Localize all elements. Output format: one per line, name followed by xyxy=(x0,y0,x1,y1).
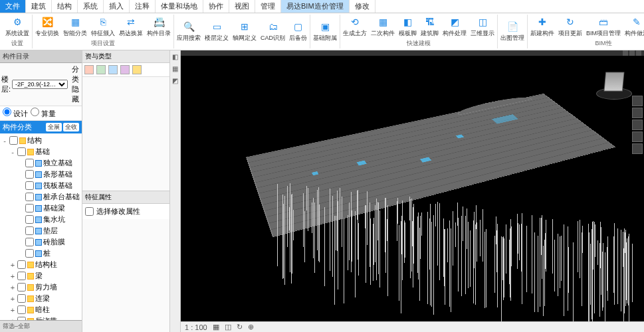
vp-tool-1[interactable] xyxy=(632,96,643,106)
tree-node-5[interactable]: 桩承台基础 xyxy=(17,191,80,203)
ribbon-btn-4-2[interactable]: ◧模板脚 xyxy=(397,15,418,39)
tab-2[interactable]: 结构 xyxy=(52,0,78,13)
ribbon-btn-6-1[interactable]: ↻项目更新 xyxy=(557,15,584,39)
tree-checkbox[interactable] xyxy=(25,181,34,190)
tree-node-11[interactable]: +结构柱 xyxy=(9,259,80,270)
tree-node-12[interactable]: +梁 xyxy=(9,270,80,282)
ribbon-btn-6-2[interactable]: 🗃BIM项目管理 xyxy=(585,15,622,39)
ribbon-btn-2-4[interactable]: ▢后备份 xyxy=(288,19,308,43)
tree-node-0[interactable]: -结构 xyxy=(1,135,80,146)
ribbon-btn-1-3[interactable]: ⇄易达换算 xyxy=(118,15,144,39)
tab-1[interactable]: 建筑 xyxy=(26,0,52,13)
tree-checkbox[interactable] xyxy=(17,305,26,314)
vp-tool-3[interactable] xyxy=(632,120,643,130)
tab-10[interactable]: 易达BIM造价管理 xyxy=(281,0,350,13)
tree-toggle-icon[interactable]: + xyxy=(9,272,16,280)
type-tb-btn-1[interactable] xyxy=(84,65,94,74)
viewport-canvas[interactable] xyxy=(181,56,644,321)
tree-checkbox[interactable] xyxy=(17,294,26,303)
ribbon-btn-2-2[interactable]: ⊞轴网定义 xyxy=(231,19,258,43)
collapse-all-button[interactable]: 全收 xyxy=(63,123,79,131)
tree-checkbox[interactable] xyxy=(17,260,26,269)
tree-node-6[interactable]: 基础梁 xyxy=(17,203,80,214)
tab-7[interactable]: 协作 xyxy=(203,0,229,13)
calc-radio[interactable]: 算量 xyxy=(31,108,56,119)
tree-checkbox[interactable] xyxy=(25,170,34,179)
ts-btn-3[interactable]: ◩ xyxy=(171,77,180,86)
scale-label[interactable]: 1 : 100 xyxy=(185,323,207,331)
ribbon-btn-1-2[interactable]: ⎘特征颁入 xyxy=(90,15,116,39)
tree-toggle-icon[interactable]: + xyxy=(9,261,16,269)
tree-checkbox[interactable] xyxy=(17,147,26,156)
tree-node-9[interactable]: 砖胎膜 xyxy=(17,236,80,248)
vp-tool-2[interactable] xyxy=(632,108,643,118)
tree-node-2[interactable]: 独立基础 xyxy=(17,157,80,169)
ribbon-btn-1-1[interactable]: ▦智能分类 xyxy=(62,15,88,39)
tab-8[interactable]: 视图 xyxy=(229,0,255,13)
view-cube[interactable] xyxy=(596,68,632,104)
expand-all-button[interactable]: 全展 xyxy=(46,123,62,131)
vp-tool-4[interactable] xyxy=(632,131,643,142)
tree-checkbox[interactable] xyxy=(25,193,34,201)
tab-9[interactable]: 管理 xyxy=(255,0,281,13)
ribbon-btn-1-0[interactable]: 🔀专业切换 xyxy=(34,15,60,39)
vp-minimize-icon[interactable] xyxy=(623,50,628,56)
tree-toggle-icon[interactable]: + xyxy=(9,306,16,314)
ribbon-btn-4-4[interactable]: ◩构件处理 xyxy=(441,15,468,39)
status-icon-4[interactable]: ⊕ xyxy=(248,323,254,331)
tree-node-15[interactable]: +暗柱 xyxy=(9,304,80,315)
ribbon-btn-6-3[interactable]: ✎构件做法 xyxy=(623,15,644,39)
tree-checkbox[interactable] xyxy=(17,272,26,280)
tree-node-16[interactable]: +后浇带 xyxy=(9,315,80,320)
tree-checkbox[interactable] xyxy=(25,215,34,224)
ribbon-btn-1-4[interactable]: 📇构件目录 xyxy=(146,15,172,39)
type-tb-btn-2[interactable] xyxy=(96,65,106,74)
property-check[interactable] xyxy=(85,207,94,216)
tree-checkbox[interactable] xyxy=(25,249,34,258)
tree-checkbox[interactable] xyxy=(25,159,34,167)
component-tree[interactable]: -结构-基础独立基础条形基础筏板基础桩承台基础基础梁集水坑垫层砖胎膜桩+结构柱+… xyxy=(0,133,82,320)
tree-checkbox[interactable] xyxy=(25,238,34,246)
tree-toggle-icon[interactable]: + xyxy=(9,295,16,303)
ribbon-btn-4-5[interactable]: ◫三维显示 xyxy=(469,15,496,39)
type-tb-btn-4[interactable] xyxy=(120,65,130,74)
tree-checkbox[interactable] xyxy=(25,204,34,212)
tab-4[interactable]: 插入 xyxy=(104,0,130,13)
design-radio[interactable]: 设计 xyxy=(3,108,28,119)
type-tb-btn-5[interactable] xyxy=(132,65,142,74)
floor-select[interactable]: -2F_20.9(-12… xyxy=(12,80,68,89)
ts-btn-1[interactable]: ◧ xyxy=(171,53,180,62)
ribbon-btn-4-1[interactable]: ▦二次构件 xyxy=(370,15,396,39)
tree-checkbox[interactable] xyxy=(9,136,18,145)
ribbon-btn-2-0[interactable]: 🔍应用搜索 xyxy=(175,19,202,43)
vp-maximize-icon[interactable] xyxy=(629,50,635,56)
ribbon-btn-0-0[interactable]: ⚙系统设置 xyxy=(4,15,31,39)
tab-0[interactable]: 文件 xyxy=(0,0,26,13)
vp-close-icon[interactable] xyxy=(636,50,641,56)
ribbon-btn-2-1[interactable]: ▭楼层定义 xyxy=(203,19,230,43)
tree-node-3[interactable]: 条形基础 xyxy=(17,169,80,180)
tree-checkbox[interactable] xyxy=(17,283,26,291)
ribbon-btn-6-0[interactable]: ✚新建构件 xyxy=(529,15,556,39)
tab-11[interactable]: 修改 xyxy=(350,0,376,13)
tree-checkbox[interactable] xyxy=(25,226,34,235)
tree-node-8[interactable]: 垫层 xyxy=(17,225,80,236)
tree-toggle-icon[interactable]: - xyxy=(9,148,16,156)
ribbon-btn-2-3[interactable]: 🗂CAD识别 xyxy=(259,19,286,43)
tree-node-1[interactable]: -基础 xyxy=(9,146,80,157)
category-hide-button[interactable]: 分类隐藏 xyxy=(69,64,82,104)
ribbon-btn-4-3[interactable]: 🏗建筑脚 xyxy=(419,15,440,39)
tree-node-10[interactable]: 桩 xyxy=(17,248,80,259)
vp-tool-5[interactable] xyxy=(632,143,643,154)
tree-toggle-icon[interactable]: - xyxy=(1,137,8,145)
tab-5[interactable]: 注释 xyxy=(130,0,156,13)
ribbon-btn-4-0[interactable]: ⟲生成土方 xyxy=(342,15,368,39)
status-icon-1[interactable]: ▦ xyxy=(213,323,219,331)
status-icon-3[interactable]: ↻ xyxy=(237,323,243,331)
tree-node-7[interactable]: 集水坑 xyxy=(17,214,80,225)
ribbon-btn-5-0[interactable]: 📄出图管理 xyxy=(499,19,526,43)
tree-node-4[interactable]: 筏板基础 xyxy=(17,180,80,191)
tree-node-13[interactable]: +剪力墙 xyxy=(9,282,80,293)
tree-node-14[interactable]: +连梁 xyxy=(9,293,80,304)
ts-btn-2[interactable]: ▦ xyxy=(171,65,180,74)
